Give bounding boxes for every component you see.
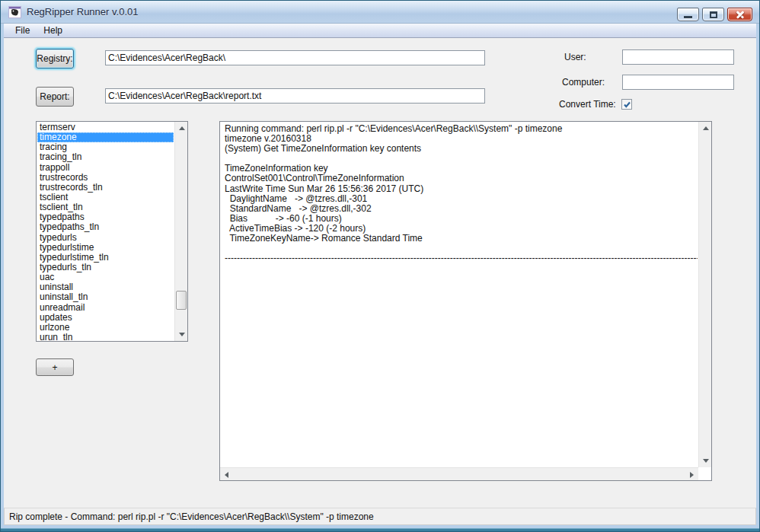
plugin-list-item[interactable]: typedurlstime_tln [37, 253, 174, 263]
output-hscrollbar[interactable] [220, 467, 698, 480]
scroll-right-icon[interactable] [685, 468, 698, 481]
menu-file[interactable]: File [8, 24, 37, 37]
maximize-icon [710, 11, 717, 18]
plugins-listbox: termservtimezonetracingtracing_tlntrappo… [36, 121, 188, 342]
report-button[interactable]: Report: [36, 87, 74, 107]
plugin-list-item[interactable]: unreadmail [37, 303, 174, 313]
window-title: RegRipper Runner v.0.01 [27, 6, 138, 18]
user-input[interactable] [622, 49, 734, 65]
output-line: LastWrite Time Sun Mar 26 15:56:36 2017 … [225, 184, 698, 194]
registry-button[interactable]: Registry: [36, 49, 74, 68]
status-bar: Rip complete - Command: perl rip.pl -r "… [4, 508, 756, 525]
scroll-down-icon[interactable] [175, 328, 188, 341]
checkmark-icon [623, 100, 631, 109]
scroll-thumb[interactable] [176, 291, 187, 310]
user-label: User: [564, 52, 586, 62]
plugin-list-item[interactable]: urlzone [37, 323, 174, 333]
menu-help[interactable]: Help [37, 24, 69, 37]
plugin-list-item[interactable]: trustrecords_tln [37, 183, 174, 193]
scroll-up-icon[interactable] [699, 122, 712, 135]
output-line: TimeZoneKeyName-> Romance Standard Time [225, 234, 698, 244]
output-line: DaylightName -> @tzres.dll,-301 [225, 194, 698, 204]
plugin-list-item[interactable]: uninstall_tln [37, 292, 174, 302]
convert-time-label: Convert Time: [559, 99, 616, 110]
plugin-list-item[interactable]: typedurls_tln [37, 263, 174, 272]
client-area: Registry: Report: User: Computer: Conver… [4, 38, 756, 508]
output-vscrollbar[interactable] [698, 122, 711, 467]
maximize-button[interactable] [702, 8, 724, 21]
registry-path-input[interactable] [105, 50, 485, 65]
convert-time-checkbox[interactable] [621, 99, 632, 110]
plugin-list-item[interactable]: urun_tln [37, 333, 174, 340]
add-plugin-button[interactable]: + [36, 358, 74, 376]
minimize-button[interactable] [677, 8, 699, 21]
status-text: Rip complete - Command: perl rip.pl -r "… [9, 511, 374, 522]
plugins-scrollbar[interactable] [174, 122, 187, 341]
close-icon [735, 10, 746, 19]
plugin-list-item[interactable]: trappoll [37, 163, 174, 173]
output-pane[interactable]: Running command: perl rip.pl -r "C:\Evid… [219, 121, 712, 481]
scroll-left-icon[interactable] [220, 468, 233, 481]
output-line: StandardName -> @tzres.dll,-302 [225, 204, 698, 214]
plugin-list-item[interactable]: typedurls [37, 233, 174, 243]
app-window: RegRipper Runner v.0.01 File Help Regist… [0, 0, 760, 532]
plugin-list-item[interactable]: typedurlstime [37, 243, 174, 253]
computer-input[interactable] [622, 75, 734, 90]
scroll-up-icon[interactable] [175, 122, 188, 135]
scroll-down-icon[interactable] [699, 454, 712, 467]
app-icon [8, 6, 21, 18]
minimize-icon [684, 16, 692, 18]
title-bar[interactable]: RegRipper Runner v.0.01 [1, 1, 759, 24]
plugin-list-item[interactable]: trustrecords [37, 173, 174, 183]
plugin-list-item[interactable]: updates [37, 313, 174, 323]
output-line: Bias -> -60 (-1 hours) [225, 214, 698, 224]
output-line: ----------------------------------------… [225, 253, 698, 263]
plugin-list-item[interactable]: typedpaths_tln [37, 222, 174, 232]
close-button[interactable] [727, 8, 752, 21]
output-line: (System) Get TimeZoneInformation key con… [225, 144, 698, 154]
report-path-input[interactable] [105, 88, 485, 104]
plugin-list-item[interactable]: tracing_tln [37, 152, 174, 162]
output-line: ControlSet001\Control\TimeZoneInformatio… [225, 174, 698, 183]
menu-bar: File Help [4, 24, 756, 38]
computer-label: Computer: [562, 77, 605, 88]
